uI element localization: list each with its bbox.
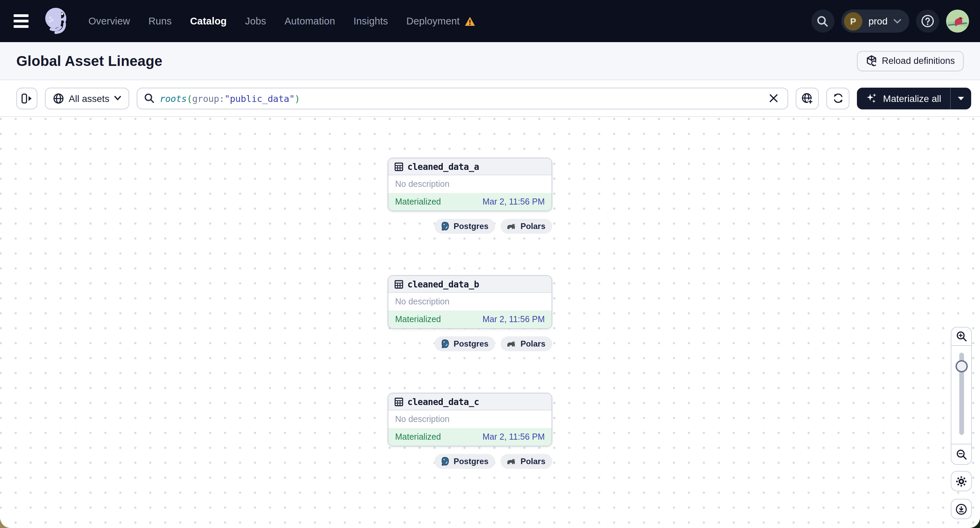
question-icon	[921, 14, 934, 28]
top-nav: Overview Runs Catalog Jobs Automation In…	[0, 0, 980, 42]
polars-icon	[506, 222, 517, 230]
caret-down-icon	[958, 96, 964, 100]
asset-materialized-time[interactable]: Mar 2, 11:56 PM	[482, 197, 545, 206]
lineage-canvas[interactable]: cleaned_data_a No description Materializ…	[0, 117, 980, 528]
postgres-icon	[440, 222, 450, 231]
dagster-logo-icon[interactable]	[42, 5, 71, 37]
environment-switcher[interactable]: P prod	[841, 10, 909, 33]
zoom-in-icon	[956, 331, 967, 342]
search-icon	[144, 93, 154, 103]
asset-tag-row: Postgres Polars	[388, 219, 552, 234]
chevron-down-icon	[894, 19, 901, 24]
reload-cube-icon	[865, 55, 877, 67]
asset-filter-dropdown[interactable]: All assets	[45, 87, 129, 109]
nav-item-deployment[interactable]: Deployment	[406, 16, 476, 27]
asset-tag-row: Postgres Polars	[388, 454, 552, 469]
reload-definitions-button[interactable]: Reload definitions	[857, 51, 964, 71]
zoom-out-icon	[956, 449, 967, 460]
environment-avatar: P	[844, 12, 862, 30]
global-search-button[interactable]	[811, 10, 834, 33]
zoom-slider[interactable]	[951, 346, 971, 444]
asset-card-footer: Materialized Mar 2, 11:56 PM	[388, 193, 552, 211]
asset-card-body: No description	[388, 293, 552, 311]
asset-node-cleaned-data-b: cleaned_data_b No description Materializ…	[388, 275, 552, 351]
tag-label: Postgres	[453, 222, 488, 231]
asset-node-cleaned-data-c: cleaned_data_c No description Materializ…	[388, 393, 552, 469]
nav-item-automation[interactable]: Automation	[285, 16, 335, 27]
nav-links: Overview Runs Catalog Jobs Automation In…	[88, 16, 476, 27]
table-icon	[395, 397, 403, 406]
tag-polars[interactable]: Polars	[501, 219, 552, 234]
tag-label: Postgres	[453, 457, 488, 466]
zoom-control-group	[951, 327, 972, 465]
zoom-out-button[interactable]	[951, 444, 971, 464]
polars-icon	[506, 340, 517, 348]
clear-query-button[interactable]	[766, 91, 781, 106]
view-scope-button[interactable]	[796, 87, 819, 109]
tag-postgres[interactable]: Postgres	[434, 454, 495, 469]
tag-postgres[interactable]: Postgres	[434, 219, 495, 234]
graph-settings-button[interactable]	[951, 471, 972, 491]
reload-definitions-label: Reload definitions	[882, 56, 955, 66]
asset-name: cleaned_data_c	[407, 396, 479, 407]
asset-node-cleaned-data-a: cleaned_data_a No description Materializ…	[388, 158, 552, 234]
nav-item-overview[interactable]: Overview	[88, 16, 130, 27]
refresh-button[interactable]	[827, 87, 850, 109]
nav-item-insights[interactable]: Insights	[354, 16, 388, 27]
tag-label: Polars	[520, 457, 546, 466]
nav-right-cluster: P prod	[811, 10, 969, 33]
zoom-slider-knob[interactable]	[955, 360, 967, 373]
tag-postgres[interactable]: Postgres	[434, 336, 495, 351]
asset-tag-row: Postgres Polars	[388, 336, 552, 351]
asset-card[interactable]: cleaned_data_a No description Materializ…	[388, 158, 552, 211]
panel-expand-icon	[21, 93, 33, 104]
chevron-down-icon	[114, 96, 121, 101]
sparkles-icon	[866, 92, 878, 104]
asset-card-body: No description	[388, 175, 552, 193]
nav-item-catalog[interactable]: Catalog	[190, 16, 227, 27]
globe-icon	[53, 93, 64, 104]
materialize-all-button[interactable]: Materialize all	[857, 87, 950, 109]
tag-label: Postgres	[453, 339, 488, 349]
page-header: Global Asset Lineage Reload definitions	[0, 42, 980, 80]
download-graph-button[interactable]	[951, 499, 972, 519]
asset-selection-input[interactable]: roots(group:"public_data")	[137, 87, 789, 109]
asset-name: cleaned_data_b	[407, 279, 479, 289]
download-icon	[956, 503, 967, 515]
zoom-in-button[interactable]	[951, 328, 971, 346]
environment-name: prod	[869, 16, 888, 27]
asset-name: cleaned_data_a	[407, 162, 479, 171]
asset-description: No description	[395, 179, 450, 189]
asset-description: No description	[395, 297, 450, 306]
nav-item-deployment-label: Deployment	[406, 16, 460, 27]
asset-card[interactable]: cleaned_data_b No description Materializ…	[388, 275, 552, 329]
warning-icon	[465, 16, 476, 26]
asset-materialized-time[interactable]: Mar 2, 11:56 PM	[482, 432, 545, 442]
asset-card-footer: Materialized Mar 2, 11:56 PM	[388, 428, 552, 446]
asset-materialized-time[interactable]: Mar 2, 11:56 PM	[482, 315, 545, 324]
asset-description: No description	[395, 414, 450, 424]
help-button[interactable]	[916, 10, 939, 33]
sidebar-toggle-button[interactable]	[16, 87, 37, 109]
asset-card[interactable]: cleaned_data_c No description Materializ…	[388, 393, 552, 446]
close-icon	[769, 94, 778, 103]
asset-filter-label: All assets	[69, 93, 110, 104]
tag-label: Polars	[520, 222, 546, 231]
refresh-icon	[832, 92, 844, 104]
hamburger-menu-icon[interactable]	[11, 10, 34, 33]
user-avatar[interactable]	[946, 10, 969, 33]
nav-item-runs[interactable]: Runs	[148, 16, 172, 27]
materialize-all-label: Materialize all	[883, 93, 941, 104]
postgres-icon	[440, 339, 450, 349]
gear-icon	[956, 475, 967, 487]
asset-status-label: Materialized	[395, 315, 441, 324]
tag-polars[interactable]: Polars	[501, 454, 552, 469]
asset-card-header: cleaned_data_c	[388, 393, 552, 411]
polars-icon	[506, 457, 517, 466]
asset-card-header: cleaned_data_b	[388, 276, 552, 293]
materialize-options-button[interactable]	[951, 87, 971, 109]
tag-polars[interactable]: Polars	[501, 336, 552, 351]
page-title: Global Asset Lineage	[16, 53, 162, 69]
avatar-bird-image	[946, 10, 969, 33]
nav-item-jobs[interactable]: Jobs	[245, 16, 266, 27]
